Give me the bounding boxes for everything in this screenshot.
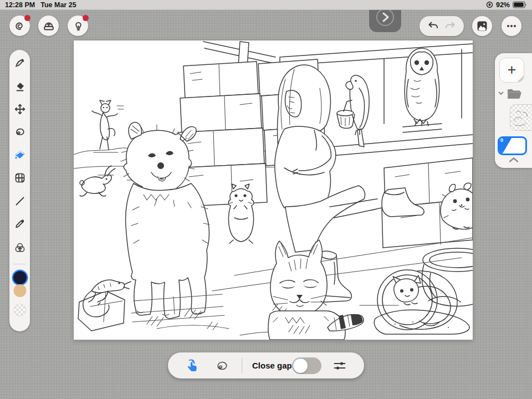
folder-icon <box>506 87 523 99</box>
eraser-icon <box>14 80 26 93</box>
squirrel <box>228 184 254 243</box>
tool-eyedropper[interactable] <box>13 216 27 231</box>
status-bar: 12:28 PM Tue Mar 25 92% <box>0 0 532 10</box>
owl <box>403 48 442 132</box>
dancing-cat <box>92 100 124 152</box>
fill-options-bar: Close gap <box>168 352 364 378</box>
toggle-knob <box>293 359 308 373</box>
tool-rail <box>9 50 30 331</box>
tool-draw[interactable] <box>13 56 27 70</box>
lasso-icon <box>214 358 229 373</box>
swatch-tan[interactable] <box>13 284 26 297</box>
tool-color-wheel[interactable] <box>13 241 27 255</box>
notification-badge <box>24 15 30 21</box>
redo-button[interactable] <box>443 19 457 33</box>
tap-finger-icon <box>183 357 200 374</box>
collapse-panel-chevron[interactable] <box>508 156 520 163</box>
lightbulb-icon <box>71 19 85 33</box>
tool-move[interactable] <box>13 102 27 116</box>
fishbowl-kitten <box>374 248 473 334</box>
pen-icon <box>14 57 26 69</box>
parrot <box>337 75 369 147</box>
tray-add-icon <box>42 19 55 33</box>
fill-settings-button[interactable] <box>332 359 347 373</box>
drawing-canvas[interactable] <box>74 40 473 340</box>
close-gap-toggle[interactable] <box>292 357 321 374</box>
ellipsis-icon <box>505 20 518 32</box>
tool-pattern[interactable] <box>13 171 27 185</box>
notification-badge <box>83 15 89 21</box>
sliders-icon <box>332 359 347 373</box>
line-icon <box>14 195 26 207</box>
ground-path <box>212 238 473 316</box>
rabbit <box>80 166 115 196</box>
lasso-icon <box>14 126 26 138</box>
pattern-grid-icon <box>14 172 26 184</box>
lasso-fill-mode-button[interactable] <box>214 358 229 373</box>
layer-active-thumbnail[interactable]: 0 <box>498 136 527 155</box>
brand-button[interactable] <box>9 16 30 36</box>
add-layer-label: + <box>508 62 516 79</box>
import-button[interactable] <box>38 16 59 36</box>
tool-line[interactable] <box>13 194 27 208</box>
battery-icon <box>513 1 527 8</box>
close-gap-label: Close gap <box>252 352 292 378</box>
spiral-icon <box>13 19 27 33</box>
app-root: 12:28 PM Tue Mar 25 92% <box>0 0 532 399</box>
lizard-on-rock <box>78 280 131 331</box>
battery-percent: 92% <box>496 1 510 9</box>
image-icon <box>476 20 488 32</box>
more-button[interactable] <box>502 16 521 36</box>
layer-thumbnail-lineart[interactable] <box>510 104 532 131</box>
gallery-button[interactable] <box>472 16 492 36</box>
bar-divider <box>242 358 242 373</box>
undo-button[interactable] <box>427 19 440 33</box>
layer-badge: 0 <box>498 136 513 155</box>
eyedropper-icon <box>14 217 26 229</box>
tool-lasso[interactable] <box>13 125 27 139</box>
layer-group-row[interactable] <box>498 86 529 100</box>
layers-panel: + 0 <box>495 53 532 168</box>
chevron-down-icon <box>498 90 504 96</box>
add-layer-button[interactable]: + <box>499 58 524 83</box>
clock-time: 12:28 PM <box>5 1 35 9</box>
lineart-preview <box>510 105 532 130</box>
canvas-artwork <box>74 40 473 340</box>
tap-fill-mode-button[interactable] <box>183 357 200 374</box>
page-fold <box>516 75 524 83</box>
tool-erase[interactable] <box>13 79 27 94</box>
tips-button[interactable] <box>68 16 88 36</box>
tool-fill[interactable] <box>13 148 27 162</box>
color-wheel-icon <box>14 242 26 254</box>
fill-bucket-icon <box>13 149 27 162</box>
move-icon <box>14 103 26 115</box>
clock-date: Tue Mar 25 <box>40 1 76 9</box>
swatch-transparent[interactable] <box>13 304 26 316</box>
swatch-navy[interactable] <box>13 271 27 284</box>
toolbar-divider <box>13 264 26 264</box>
rotation-lock-icon <box>486 1 493 8</box>
undo-redo-group <box>420 16 464 36</box>
